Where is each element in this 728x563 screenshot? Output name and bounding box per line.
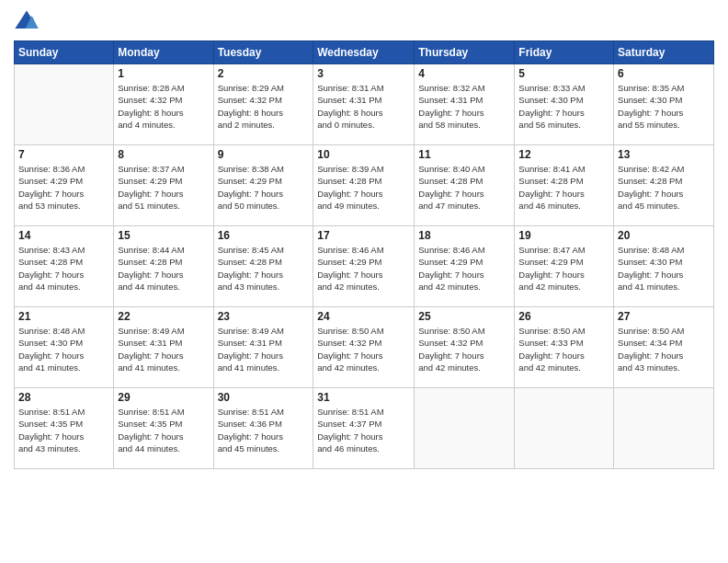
day-number: 4 [418, 67, 510, 80]
page: SundayMondayTuesdayWednesdayThursdayFrid… [0, 0, 728, 563]
calendar-cell: 1Sunrise: 8:28 AM Sunset: 4:32 PM Daylig… [114, 64, 213, 145]
weekday-header-wednesday: Wednesday [313, 41, 415, 64]
day-info: Sunrise: 8:41 AM Sunset: 4:28 PM Dayligh… [518, 163, 609, 212]
day-info: Sunrise: 8:51 AM Sunset: 4:35 PM Dayligh… [18, 406, 109, 454]
day-info: Sunrise: 8:50 AM Sunset: 4:34 PM Dayligh… [618, 325, 710, 373]
day-number: 14 [18, 229, 109, 242]
calendar-cell: 17Sunrise: 8:46 AM Sunset: 4:29 PM Dayli… [313, 226, 415, 307]
calendar-table: SundayMondayTuesdayWednesdayThursdayFrid… [14, 40, 714, 469]
day-info: Sunrise: 8:51 AM Sunset: 4:37 PM Dayligh… [317, 406, 410, 454]
day-info: Sunrise: 8:51 AM Sunset: 4:35 PM Dayligh… [118, 406, 209, 454]
calendar-week-1: 1Sunrise: 8:28 AM Sunset: 4:32 PM Daylig… [15, 64, 714, 145]
day-number: 10 [317, 148, 410, 161]
calendar-cell: 3Sunrise: 8:31 AM Sunset: 4:31 PM Daylig… [313, 64, 415, 145]
calendar-cell: 16Sunrise: 8:45 AM Sunset: 4:28 PM Dayli… [213, 226, 313, 307]
day-info: Sunrise: 8:40 AM Sunset: 4:28 PM Dayligh… [418, 163, 510, 212]
calendar-cell: 19Sunrise: 8:47 AM Sunset: 4:29 PM Dayli… [515, 226, 614, 307]
calendar-cell: 24Sunrise: 8:50 AM Sunset: 4:32 PM Dayli… [313, 307, 415, 388]
day-info: Sunrise: 8:39 AM Sunset: 4:28 PM Dayligh… [317, 163, 410, 212]
day-info: Sunrise: 8:29 AM Sunset: 4:32 PM Dayligh… [218, 82, 310, 131]
calendar-cell [415, 388, 515, 469]
day-number: 15 [118, 229, 209, 242]
day-number: 19 [518, 229, 609, 242]
day-number: 2 [218, 67, 310, 80]
day-number: 9 [218, 148, 310, 161]
day-number: 17 [317, 229, 410, 242]
calendar-cell: 21Sunrise: 8:48 AM Sunset: 4:30 PM Dayli… [15, 307, 114, 388]
calendar-cell: 10Sunrise: 8:39 AM Sunset: 4:28 PM Dayli… [313, 145, 415, 226]
day-info: Sunrise: 8:49 AM Sunset: 4:31 PM Dayligh… [118, 325, 209, 373]
day-number: 11 [418, 148, 510, 161]
weekday-header-friday: Friday [515, 41, 614, 64]
calendar-cell [614, 388, 714, 469]
day-number: 13 [618, 148, 710, 161]
calendar-cell: 31Sunrise: 8:51 AM Sunset: 4:37 PM Dayli… [313, 388, 415, 469]
day-number: 20 [618, 229, 710, 242]
day-number: 26 [518, 310, 609, 323]
calendar-week-3: 14Sunrise: 8:43 AM Sunset: 4:28 PM Dayli… [15, 226, 714, 307]
day-number: 29 [118, 391, 209, 404]
day-info: Sunrise: 8:35 AM Sunset: 4:30 PM Dayligh… [618, 82, 710, 131]
day-number: 22 [118, 310, 209, 323]
calendar-cell: 22Sunrise: 8:49 AM Sunset: 4:31 PM Dayli… [114, 307, 213, 388]
day-number: 31 [317, 391, 410, 404]
day-info: Sunrise: 8:44 AM Sunset: 4:28 PM Dayligh… [118, 244, 209, 293]
calendar-cell [515, 388, 614, 469]
day-info: Sunrise: 8:46 AM Sunset: 4:29 PM Dayligh… [317, 244, 410, 293]
calendar-cell: 28Sunrise: 8:51 AM Sunset: 4:35 PM Dayli… [15, 388, 114, 469]
day-info: Sunrise: 8:50 AM Sunset: 4:32 PM Dayligh… [418, 325, 510, 373]
day-info: Sunrise: 8:45 AM Sunset: 4:28 PM Dayligh… [218, 244, 310, 293]
day-info: Sunrise: 8:33 AM Sunset: 4:30 PM Dayligh… [518, 82, 609, 131]
calendar-cell: 30Sunrise: 8:51 AM Sunset: 4:36 PM Dayli… [213, 388, 313, 469]
weekday-header-sunday: Sunday [15, 41, 114, 64]
calendar-cell: 25Sunrise: 8:50 AM Sunset: 4:32 PM Dayli… [415, 307, 515, 388]
calendar-cell: 2Sunrise: 8:29 AM Sunset: 4:32 PM Daylig… [213, 64, 313, 145]
calendar-cell: 12Sunrise: 8:41 AM Sunset: 4:28 PM Dayli… [515, 145, 614, 226]
calendar-week-4: 21Sunrise: 8:48 AM Sunset: 4:30 PM Dayli… [15, 307, 714, 388]
day-number: 3 [317, 67, 410, 80]
day-info: Sunrise: 8:50 AM Sunset: 4:33 PM Dayligh… [518, 325, 609, 373]
calendar-header: SundayMondayTuesdayWednesdayThursdayFrid… [15, 41, 714, 64]
calendar-cell: 15Sunrise: 8:44 AM Sunset: 4:28 PM Dayli… [114, 226, 213, 307]
day-info: Sunrise: 8:48 AM Sunset: 4:30 PM Dayligh… [618, 244, 710, 293]
day-number: 8 [118, 148, 209, 161]
calendar-cell [15, 64, 114, 145]
calendar-cell: 9Sunrise: 8:38 AM Sunset: 4:29 PM Daylig… [213, 145, 313, 226]
day-info: Sunrise: 8:36 AM Sunset: 4:29 PM Dayligh… [18, 163, 109, 212]
calendar-cell: 11Sunrise: 8:40 AM Sunset: 4:28 PM Dayli… [415, 145, 515, 226]
day-number: 1 [118, 67, 209, 80]
header [14, 9, 714, 35]
day-number: 5 [518, 67, 609, 80]
weekday-header-thursday: Thursday [415, 41, 515, 64]
day-info: Sunrise: 8:47 AM Sunset: 4:29 PM Dayligh… [518, 244, 609, 293]
weekday-header-tuesday: Tuesday [213, 41, 313, 64]
calendar-cell: 5Sunrise: 8:33 AM Sunset: 4:30 PM Daylig… [515, 64, 614, 145]
calendar-body: 1Sunrise: 8:28 AM Sunset: 4:32 PM Daylig… [15, 64, 714, 469]
calendar-cell: 7Sunrise: 8:36 AM Sunset: 4:29 PM Daylig… [15, 145, 114, 226]
calendar-cell: 6Sunrise: 8:35 AM Sunset: 4:30 PM Daylig… [614, 64, 714, 145]
day-info: Sunrise: 8:37 AM Sunset: 4:29 PM Dayligh… [118, 163, 209, 212]
day-info: Sunrise: 8:49 AM Sunset: 4:31 PM Dayligh… [218, 325, 310, 373]
day-info: Sunrise: 8:31 AM Sunset: 4:31 PM Dayligh… [317, 82, 410, 131]
day-info: Sunrise: 8:32 AM Sunset: 4:31 PM Dayligh… [418, 82, 510, 131]
day-number: 6 [618, 67, 710, 80]
day-number: 27 [618, 310, 710, 323]
logo [14, 9, 41, 35]
weekday-header-saturday: Saturday [614, 41, 714, 64]
calendar-cell: 18Sunrise: 8:46 AM Sunset: 4:29 PM Dayli… [415, 226, 515, 307]
calendar-cell: 4Sunrise: 8:32 AM Sunset: 4:31 PM Daylig… [415, 64, 515, 145]
day-info: Sunrise: 8:28 AM Sunset: 4:32 PM Dayligh… [118, 82, 209, 131]
calendar-cell: 27Sunrise: 8:50 AM Sunset: 4:34 PM Dayli… [614, 307, 714, 388]
calendar-cell: 26Sunrise: 8:50 AM Sunset: 4:33 PM Dayli… [515, 307, 614, 388]
day-info: Sunrise: 8:38 AM Sunset: 4:29 PM Dayligh… [218, 163, 310, 212]
calendar-cell: 20Sunrise: 8:48 AM Sunset: 4:30 PM Dayli… [614, 226, 714, 307]
calendar-week-5: 28Sunrise: 8:51 AM Sunset: 4:35 PM Dayli… [15, 388, 714, 469]
day-number: 18 [418, 229, 510, 242]
day-number: 30 [218, 391, 310, 404]
day-info: Sunrise: 8:51 AM Sunset: 4:36 PM Dayligh… [218, 406, 310, 454]
weekday-header-monday: Monday [114, 41, 213, 64]
calendar-cell: 29Sunrise: 8:51 AM Sunset: 4:35 PM Dayli… [114, 388, 213, 469]
logo-icon [14, 9, 40, 35]
day-info: Sunrise: 8:46 AM Sunset: 4:29 PM Dayligh… [418, 244, 510, 293]
day-info: Sunrise: 8:43 AM Sunset: 4:28 PM Dayligh… [18, 244, 109, 293]
